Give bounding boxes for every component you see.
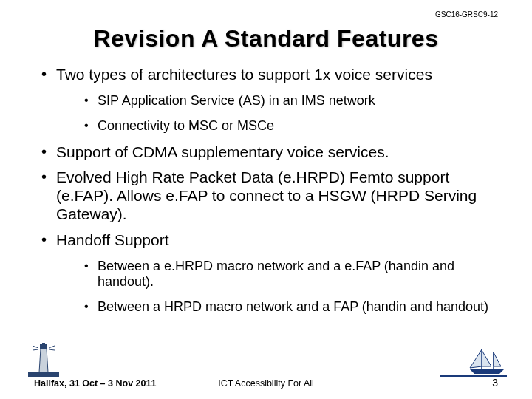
svg-rect-0: [28, 372, 59, 377]
svg-line-5: [33, 349, 38, 350]
sub-item: Between a HRPD macro network and a FAP (…: [84, 299, 494, 316]
svg-marker-13: [494, 352, 501, 366]
slide-title: Revision A Standard Features: [34, 25, 498, 52]
bullet-text: Evolved High Rate Packet Data (e.HRPD) F…: [56, 168, 477, 222]
sailboat-icon: [467, 347, 507, 375]
bullet-text: Handoff Support: [56, 231, 169, 248]
bullet-item: Evolved High Rate Packet Data (e.HRPD) F…: [41, 168, 494, 223]
bullet-item: Support of CDMA supplementary voice serv…: [41, 143, 494, 162]
svg-marker-1: [39, 349, 48, 372]
sub-text: Connectivity to MSC or MSCe: [98, 118, 274, 133]
sub-list: SIP Application Service (AS) in an IMS n…: [56, 93, 494, 134]
sub-text: Between a HRPD macro network and a FAP (…: [98, 299, 488, 314]
sub-item: SIP Application Service (AS) in an IMS n…: [84, 93, 494, 109]
sub-text: SIP Application Service (AS) in an IMS n…: [98, 93, 375, 108]
sub-item: Connectivity to MSC or MSCe: [84, 118, 494, 134]
svg-line-7: [49, 349, 55, 350]
slide: GSC16-GRSC9-12 Revision A Standard Featu…: [0, 0, 532, 399]
sub-item: Between a e.HRPD macro network and a e.F…: [84, 259, 494, 291]
bullet-list: Two types of architectures to support 1x…: [34, 66, 498, 316]
svg-marker-12: [482, 350, 491, 366]
page-number: 3: [492, 377, 498, 389]
svg-marker-8: [470, 369, 504, 374]
footer-center: ICT Accessibility For All: [0, 378, 532, 389]
document-number: GSC16-GRSC9-12: [435, 10, 498, 18]
bullet-text: Two types of architectures to support 1x…: [56, 66, 432, 83]
bullet-item: Handoff Support Between a e.HRPD macro n…: [41, 231, 494, 316]
bullet-text: Support of CDMA supplementary voice serv…: [56, 143, 389, 160]
sub-list: Between a e.HRPD macro network and a e.F…: [56, 259, 494, 316]
sub-text: Between a e.HRPD macro network and a e.F…: [98, 259, 454, 290]
svg-line-4: [33, 346, 38, 348]
lighthouse-icon: [28, 343, 59, 377]
svg-marker-11: [470, 349, 482, 368]
bullet-item: Two types of architectures to support 1x…: [41, 66, 494, 134]
svg-rect-3: [42, 343, 45, 345]
svg-line-6: [49, 346, 55, 348]
